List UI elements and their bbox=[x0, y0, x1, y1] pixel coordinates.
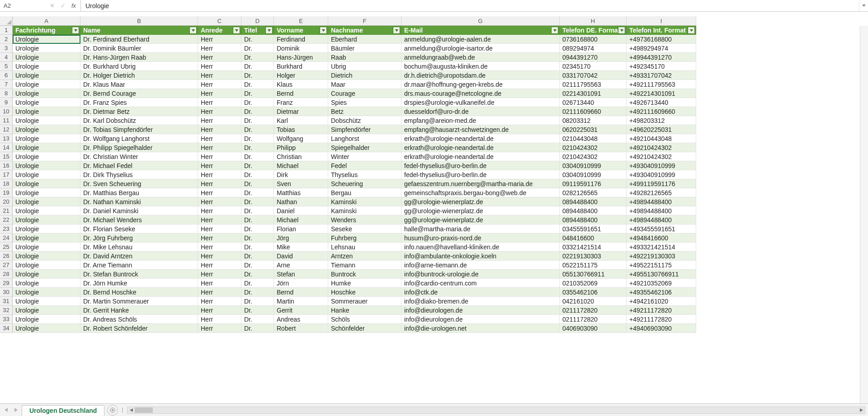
cell[interactable]: Schönfelder bbox=[328, 324, 401, 333]
cell[interactable]: 0282126565 bbox=[560, 188, 627, 197]
column-header[interactable]: H bbox=[560, 16, 627, 26]
cell[interactable]: Dr. Martin Sommerauer bbox=[80, 297, 198, 306]
cell[interactable]: Herr bbox=[198, 324, 241, 333]
hscroll-thumb[interactable] bbox=[135, 407, 153, 413]
cell[interactable]: erkrath@urologie-neandertal.de bbox=[401, 152, 560, 161]
cell[interactable]: Dr. Holger Dietrich bbox=[80, 71, 198, 80]
cell[interactable]: info@ctk.de bbox=[401, 288, 560, 297]
cell[interactable]: gg@urologie-wienerplatz.de bbox=[401, 197, 560, 206]
cell[interactable]: 055130766911 bbox=[560, 270, 627, 279]
cell[interactable]: Herr bbox=[198, 80, 241, 89]
cell[interactable]: Dr. Robert Schönfelder bbox=[80, 324, 198, 333]
cell[interactable]: Urologie bbox=[13, 170, 80, 179]
cell[interactable]: info@diako-bremen.de bbox=[401, 297, 560, 306]
cell[interactable]: +492111609660 bbox=[627, 107, 696, 116]
cell[interactable]: Dr. Stefan Buntrock bbox=[80, 270, 198, 279]
cell[interactable]: Herr bbox=[198, 261, 241, 270]
row-header[interactable]: 18 bbox=[0, 179, 13, 188]
cell[interactable]: Arntzen bbox=[328, 252, 401, 261]
cell[interactable]: Dominik bbox=[274, 44, 328, 53]
cell[interactable]: Urologie bbox=[13, 279, 80, 288]
cell[interactable]: Dr. Andreas Schöls bbox=[80, 315, 198, 324]
cell[interactable]: Dr. bbox=[241, 270, 274, 279]
row-header[interactable]: 19 bbox=[0, 188, 13, 197]
cell[interactable]: info@arne-tiemann.de bbox=[401, 261, 560, 270]
cell[interactable]: fedel-thyselius@uro-berlin.de bbox=[401, 161, 560, 170]
cell[interactable]: Herr bbox=[198, 53, 241, 62]
cell[interactable]: Ubrig bbox=[328, 62, 401, 71]
cell[interactable]: +493040910999 bbox=[627, 170, 696, 179]
row-header[interactable]: 16 bbox=[0, 161, 13, 170]
filter-dropdown-icon[interactable] bbox=[265, 27, 273, 34]
cell[interactable]: Daniel bbox=[274, 206, 328, 215]
cell[interactable]: Dr. bbox=[241, 134, 274, 143]
cell[interactable]: +499119591176 bbox=[627, 179, 696, 188]
cell[interactable]: Dr. bbox=[241, 297, 274, 306]
cell[interactable]: Raab bbox=[328, 53, 401, 62]
cell[interactable]: Urologie bbox=[13, 288, 80, 297]
cell[interactable]: Dr. Michael Wenders bbox=[80, 215, 198, 224]
cell[interactable]: Scheuering bbox=[328, 179, 401, 188]
cell[interactable]: +492214301091 bbox=[627, 89, 696, 98]
cell[interactable]: Urologie bbox=[13, 261, 80, 270]
cell[interactable]: 0894488400 bbox=[560, 206, 627, 215]
cell[interactable]: Herr bbox=[198, 243, 241, 252]
cell[interactable]: Dietmar bbox=[274, 107, 328, 116]
cell[interactable]: Urologie bbox=[13, 161, 80, 170]
filter-dropdown-icon[interactable] bbox=[72, 27, 79, 34]
cell[interactable]: Spiegelhalder bbox=[328, 143, 401, 152]
table-header-cell[interactable]: Anrede bbox=[198, 26, 241, 35]
row-header[interactable]: 7 bbox=[0, 80, 13, 89]
hscroll-left-icon[interactable] bbox=[127, 407, 135, 413]
table-header-cell[interactable]: Fachrichtung bbox=[13, 26, 80, 35]
cell[interactable]: Mike bbox=[274, 243, 328, 252]
cell[interactable]: Herr bbox=[198, 252, 241, 261]
cell[interactable]: 0211172820 bbox=[560, 315, 627, 324]
cell[interactable]: duesseldorf@uro-dr.de bbox=[401, 107, 560, 116]
row-header[interactable]: 33 bbox=[0, 315, 13, 324]
row-header[interactable]: 34 bbox=[0, 324, 13, 333]
cell[interactable]: +492345170 bbox=[627, 62, 696, 71]
cell[interactable]: +49211172820 bbox=[627, 306, 696, 315]
cell[interactable]: empfang@areion-med.de bbox=[401, 116, 560, 125]
cell[interactable]: Urologie bbox=[13, 98, 80, 107]
cell[interactable]: anmeldung@urologie-aalen.de bbox=[401, 35, 560, 44]
cell[interactable]: info@cardio-centrum.com bbox=[401, 279, 560, 288]
cell[interactable]: +49210443048 bbox=[627, 134, 696, 143]
cell[interactable]: 0355462106 bbox=[560, 288, 627, 297]
cell[interactable]: Philipp bbox=[274, 143, 328, 152]
cell[interactable]: Dr. Michael Fedel bbox=[80, 161, 198, 170]
cell[interactable]: Dr. bbox=[241, 107, 274, 116]
cell[interactable]: Urologie bbox=[13, 89, 80, 98]
cell[interactable]: +492219130303 bbox=[627, 252, 696, 261]
cell[interactable]: dr.h.dietrich@uropotsdam.de bbox=[401, 71, 560, 80]
cell[interactable]: 03455591651 bbox=[560, 224, 627, 234]
cell[interactable]: Dobschütz bbox=[328, 116, 401, 125]
cell[interactable]: 03040910999 bbox=[560, 161, 627, 170]
cell[interactable]: Dr. Philipp Spiegelhalder bbox=[80, 143, 198, 152]
row-header[interactable]: 11 bbox=[0, 116, 13, 125]
cell[interactable]: Urologie bbox=[13, 62, 80, 71]
cell[interactable]: +49944391270 bbox=[627, 53, 696, 62]
row-header[interactable]: 13 bbox=[0, 134, 13, 143]
cell[interactable]: Florian bbox=[274, 224, 328, 234]
cell[interactable]: Burkhard bbox=[274, 62, 328, 71]
cell[interactable]: Urologie bbox=[13, 215, 80, 224]
filter-dropdown-icon[interactable] bbox=[551, 27, 558, 34]
cell[interactable]: Michael bbox=[274, 161, 328, 170]
cell[interactable]: 0210443048 bbox=[560, 134, 627, 143]
cell[interactable]: Ferdinand bbox=[274, 35, 328, 44]
cell[interactable]: +49282126565 bbox=[627, 188, 696, 197]
cell[interactable]: Simpfendörfer bbox=[328, 125, 401, 134]
cell[interactable]: Winter bbox=[328, 152, 401, 161]
cell[interactable]: Dietrich bbox=[328, 71, 401, 80]
cell[interactable]: Dr. bbox=[241, 224, 274, 234]
cell[interactable]: Herr bbox=[198, 279, 241, 288]
table-header-cell[interactable]: Nachname bbox=[328, 26, 401, 35]
cell[interactable]: erkrath@urologie-neandertal.de bbox=[401, 134, 560, 143]
cell[interactable]: Dr. bbox=[241, 170, 274, 179]
column-header[interactable]: B bbox=[80, 16, 198, 26]
cell[interactable]: Spies bbox=[328, 98, 401, 107]
cell[interactable]: Herr bbox=[198, 107, 241, 116]
cell[interactable]: Fuhrberg bbox=[328, 234, 401, 243]
